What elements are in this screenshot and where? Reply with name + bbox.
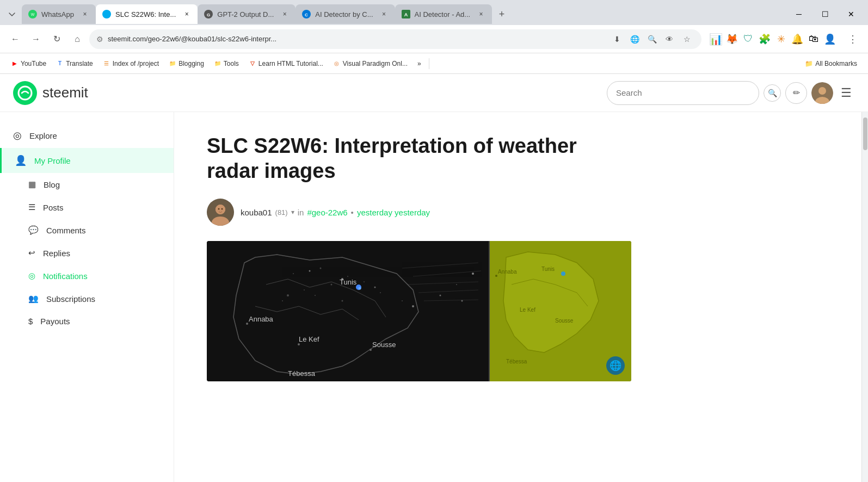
bookmark-tools[interactable]: 📁 Tools xyxy=(210,58,243,70)
tab-gpt-title: GPT-2 Output D... xyxy=(217,10,274,18)
svg-point-47 xyxy=(246,323,248,325)
svg-text:Annaba: Annaba xyxy=(498,269,517,275)
bookmark-tools-label: Tools xyxy=(224,60,239,67)
author-dropdown-icon[interactable]: ▾ xyxy=(291,208,294,216)
author-tag[interactable]: #geo-22w6 xyxy=(307,208,347,217)
sidebar-item-notifications[interactable]: ◎ Notifications xyxy=(0,264,174,287)
star-icon[interactable]: ☆ xyxy=(679,32,694,47)
svg-point-17 xyxy=(216,205,225,214)
steemit-logo[interactable]: steemit xyxy=(13,81,88,105)
ext-fox-icon[interactable]: 🦊 xyxy=(724,32,740,47)
svg-point-52 xyxy=(298,343,300,345)
sidebar-blog-label: Blog xyxy=(44,180,60,189)
extension-icons: 📊 🦊 🛡 🧩 ✳ 🔔 🛍 👤 xyxy=(705,32,841,47)
radar-left-panel: Annaba Tunis Le Kef Sousse Tébessa xyxy=(207,241,489,381)
search-box[interactable] xyxy=(607,81,759,105)
svg-point-34 xyxy=(374,287,376,288)
search-icon-button[interactable]: 🔍 xyxy=(764,84,781,102)
bookmark-index-label: Index of /project xyxy=(113,60,159,67)
html-favicon: ▽ xyxy=(249,60,256,67)
more-bookmarks-button[interactable]: » xyxy=(413,58,426,70)
sidebar-item-posts[interactable]: ☰ Posts xyxy=(0,196,174,219)
tab-ai2-close[interactable]: × xyxy=(477,10,485,18)
scrollbar-thumb[interactable] xyxy=(863,118,867,150)
my-profile-icon: 👤 xyxy=(15,155,27,166)
tab-slc[interactable]: SLC S22W6: Inte... × xyxy=(96,4,198,24)
author-avatar[interactable] xyxy=(207,199,234,226)
author-separator: • xyxy=(351,208,354,217)
bookmark-index[interactable]: ☰ Index of /project xyxy=(99,58,163,70)
tab-whatsapp[interactable]: W WhatsApp × xyxy=(22,4,96,24)
replies-icon: ↩ xyxy=(28,248,35,258)
scrollbar[interactable] xyxy=(861,112,868,482)
bookmark-translate[interactable]: T Translate xyxy=(52,58,97,70)
author-name[interactable]: kouba01 xyxy=(241,208,272,217)
author-date: yesterday yesterday xyxy=(357,208,430,217)
index-favicon: ☰ xyxy=(103,60,110,67)
bookmark-html[interactable]: ▽ Learn HTML Tutorial... xyxy=(244,58,328,70)
sidebar-item-subscriptions[interactable]: 👥 Subscriptions xyxy=(0,287,174,310)
hamburger-menu-button[interactable]: ☰ xyxy=(838,84,855,102)
tab-ai2[interactable]: A AI Detector - Ad... × xyxy=(395,4,493,24)
reload-button[interactable]: ↻ xyxy=(48,30,65,48)
back-button[interactable]: ← xyxy=(7,30,24,48)
ext-shield-icon[interactable]: 🛡 xyxy=(741,32,756,47)
all-bookmarks-button[interactable]: 📁 All Bookmarks xyxy=(801,58,861,70)
ext-bag-icon[interactable]: 🛍 xyxy=(806,32,821,47)
ext-star-burst-icon[interactable]: ✳ xyxy=(773,32,789,47)
sidebar-item-replies[interactable]: ↩ Replies xyxy=(0,242,174,264)
svg-point-29 xyxy=(342,300,343,302)
svg-text:C: C xyxy=(305,13,308,17)
svg-point-38 xyxy=(456,284,457,285)
steemit-name: steemit xyxy=(42,84,88,101)
address-bar[interactable]: ⚙ steemit.com/geo-22w6/@kouba01/slc-s22w… xyxy=(89,29,701,49)
ext-bell-icon[interactable]: 🔔 xyxy=(790,32,805,47)
svg-point-30 xyxy=(380,292,381,293)
translate-icon[interactable]: 🌐 xyxy=(627,32,642,47)
ext-user-icon[interactable]: 👤 xyxy=(822,32,838,47)
page-outer: W WhatsApp × SLC S22W6: Inte... × G GPT-… xyxy=(0,0,868,482)
user-avatar[interactable] xyxy=(811,82,833,104)
sidebar-item-payouts[interactable]: $ Payouts xyxy=(0,310,174,332)
svg-text:Tunis: Tunis xyxy=(541,266,555,272)
tab-whatsapp-close[interactable]: × xyxy=(81,10,89,18)
close-button[interactable]: ✕ xyxy=(839,6,864,22)
zoom-icon[interactable]: 🔍 xyxy=(644,32,660,47)
bookmark-vp[interactable]: ◎ Visual Paradigm Onl... xyxy=(329,58,412,70)
svg-point-60 xyxy=(561,271,565,276)
bookmark-translate-label: Translate xyxy=(66,60,93,67)
ai2-favicon: A xyxy=(402,10,410,18)
ext-puzzle-icon[interactable]: 🧩 xyxy=(757,32,772,47)
search-input[interactable] xyxy=(616,88,725,97)
maximize-button[interactable]: ☐ xyxy=(812,6,838,22)
sidebar: ◎ Explore 👤 My Profile ▦ Blog ☰ Posts 💬 xyxy=(0,112,174,482)
download-icon[interactable]: ⬇ xyxy=(610,32,625,47)
tab-gpt[interactable]: G GPT-2 Output D... × xyxy=(198,4,296,24)
eye-slash-icon[interactable]: 👁 xyxy=(662,32,677,47)
browser-menu-button[interactable]: ⋮ xyxy=(844,30,861,48)
steemit-body: ◎ Explore 👤 My Profile ▦ Blog ☰ Posts 💬 xyxy=(0,112,868,482)
bookmarks-folder-icon: 📁 xyxy=(805,60,813,67)
bookmark-blogging[interactable]: 📁 Blogging xyxy=(164,58,208,70)
tab-dropdown[interactable] xyxy=(4,7,20,22)
new-tab-button[interactable]: + xyxy=(494,7,509,22)
bookmark-vp-label: Visual Paradigm Onl... xyxy=(343,60,408,67)
tab-slc-close[interactable]: × xyxy=(182,10,191,18)
edit-button[interactable]: ✏ xyxy=(785,82,807,104)
ext-chart-icon[interactable]: 📊 xyxy=(708,32,723,47)
home-button[interactable]: ⌂ xyxy=(69,30,86,48)
minimize-button[interactable]: ─ xyxy=(786,6,811,22)
tab-ai1-close[interactable]: × xyxy=(380,10,389,18)
sidebar-item-my-profile[interactable]: 👤 My Profile xyxy=(0,148,174,173)
svg-point-26 xyxy=(364,281,365,282)
svg-point-39 xyxy=(472,273,474,275)
svg-point-3 xyxy=(105,13,108,16)
sidebar-my-profile-label: My Profile xyxy=(34,156,71,165)
sidebar-item-explore[interactable]: ◎ Explore xyxy=(0,123,174,148)
tab-ai1[interactable]: C AI Detector by C... × xyxy=(296,4,395,24)
sidebar-item-comments[interactable]: 💬 Comments xyxy=(0,219,174,242)
bookmark-youtube[interactable]: ▶ YouTube xyxy=(7,58,51,70)
sidebar-item-blog[interactable]: ▦ Blog xyxy=(0,173,174,196)
tab-gpt-close[interactable]: × xyxy=(280,10,289,18)
forward-button[interactable]: → xyxy=(27,30,45,48)
